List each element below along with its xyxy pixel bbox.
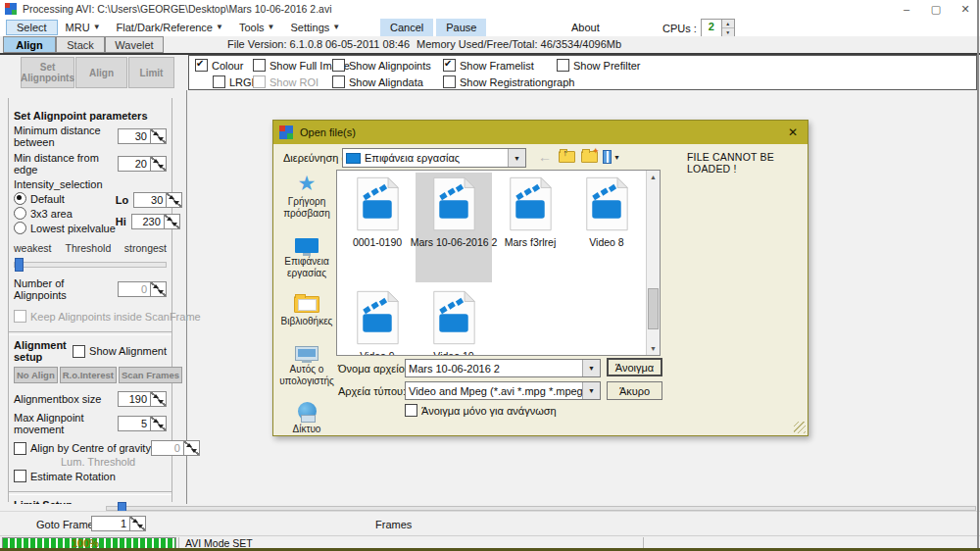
combo-dropdown-icon[interactable]: ▼	[582, 382, 600, 399]
look-in-combobox[interactable]: Επιφάνεια εργασίας ▼	[342, 148, 526, 168]
spinner-arrows-icon[interactable]	[184, 440, 200, 456]
radio-icon[interactable]	[14, 207, 26, 220]
cpus-spinner[interactable]: ▲▼	[722, 19, 735, 37]
resize-grip[interactable]	[794, 422, 806, 433]
frame-slider[interactable]	[0, 504, 980, 511]
centre-of-gravity-spinner[interactable]: 0	[151, 440, 200, 456]
intensity-default-radio[interactable]: Default	[14, 192, 116, 205]
combo-dropdown-icon[interactable]: ▼	[582, 360, 600, 376]
spin-down-icon[interactable]: ▼	[722, 28, 734, 36]
show-alignpoints-checkbox[interactable]: Show Alignpoints	[332, 59, 431, 72]
dialog-title-bar[interactable]: Open file(s) ✕	[273, 121, 808, 144]
slider-thumb[interactable]	[15, 258, 24, 272]
tab-wavelet[interactable]: Wavelet	[105, 36, 164, 53]
lrgb-checkbox[interactable]: LRGB	[213, 75, 259, 88]
checkbox-icon[interactable]	[332, 59, 345, 72]
checkbox-icon[interactable]	[195, 59, 208, 72]
file-list[interactable]: 0001-0190 Mars 10-06-2016 2 Mars f3rlrej…	[336, 170, 661, 356]
radio-icon[interactable]	[14, 192, 26, 205]
menu-settings[interactable]: Settings▼	[283, 20, 349, 35]
show-framelist-checkbox[interactable]: Show Framelist	[443, 59, 574, 72]
checkbox-icon[interactable]	[557, 59, 569, 72]
intensity-3x3-radio[interactable]: 3x3 area	[14, 207, 116, 220]
filename-combobox[interactable]: Mars 10-06-2016 2 ▼	[405, 359, 601, 377]
no-align-button[interactable]: No Align	[14, 367, 58, 383]
tab-stack[interactable]: Stack	[56, 36, 105, 53]
scroll-up-icon[interactable]: ▲	[647, 171, 660, 183]
up-one-level-icon[interactable]: ↑	[558, 149, 575, 165]
number-of-alignpoints-spinner[interactable]: 0	[118, 281, 167, 297]
file-item[interactable]: Video 10	[416, 286, 492, 356]
spin-up-icon[interactable]: ▲	[722, 20, 734, 28]
spinner-arrows-icon[interactable]	[151, 416, 167, 431]
scan-frames-button[interactable]: Scan Frames	[119, 367, 182, 383]
checkbox-icon[interactable]	[73, 345, 85, 358]
show-prefilter-checkbox[interactable]: Show Prefilter	[557, 59, 640, 72]
intensity-lowest-radio[interactable]: Lowest pixelvalue	[14, 222, 116, 234]
spinner-arrows-icon[interactable]	[167, 192, 182, 208]
set-alignpoints-button[interactable]: Set Alignpoints	[21, 57, 74, 88]
file-item[interactable]: Video 8	[568, 173, 645, 282]
spinner-arrows-icon[interactable]	[151, 281, 167, 297]
minimize-icon[interactable]: –	[892, 1, 921, 18]
checkbox-icon[interactable]	[14, 470, 26, 482]
threshold-slider[interactable]	[14, 258, 167, 270]
place-this-pc[interactable]: Αυτός ο υπολογιστής	[277, 337, 336, 386]
checkbox-icon[interactable]	[332, 75, 345, 88]
pause-button[interactable]: Pause	[436, 19, 486, 36]
place-libraries[interactable]: Βιβλιοθήκες	[277, 289, 336, 326]
align-button[interactable]: Align	[75, 57, 127, 88]
centre-of-gravity-checkbox[interactable]: Align by Centre of gravity	[14, 442, 151, 455]
alignmentbox-size-spinner[interactable]: 190	[118, 391, 167, 407]
dialog-cancel-button[interactable]: Άκυρο	[607, 381, 662, 400]
show-alignment-checkbox[interactable]: Show Alignment	[73, 345, 167, 358]
limit-button[interactable]: Limit	[128, 57, 174, 88]
file-item[interactable]: Video 9	[339, 286, 416, 356]
min-distance-edge-spinner[interactable]: 20	[118, 156, 167, 172]
menu-select[interactable]: Select	[6, 20, 58, 35]
menu-mru[interactable]: MRU▼	[58, 20, 109, 35]
place-network[interactable]: Δίκτυο	[277, 397, 336, 434]
file-list-scrollbar[interactable]: ▲ ▼	[646, 171, 660, 355]
open-button[interactable]: Άνοιγμα	[607, 358, 662, 376]
place-quick-access[interactable]: ★ Γρήγορη πρόσβαση	[277, 170, 336, 219]
place-desktop[interactable]: Επιφάνεια εργασίας	[277, 229, 336, 278]
combo-dropdown-icon[interactable]: ▼	[508, 149, 525, 167]
radio-icon[interactable]	[14, 222, 26, 234]
roi-button[interactable]: R.o.Interest	[60, 367, 117, 383]
max-alignpoint-movement-spinner[interactable]: 5	[118, 416, 167, 431]
file-item-selected[interactable]: Mars 10-06-2016 2	[416, 173, 492, 282]
hi-spinner[interactable]: 230	[131, 214, 180, 229]
menu-flat-dark-reference[interactable]: Flat/Dark/Reference▼	[109, 20, 231, 35]
new-folder-icon[interactable]: ✦	[580, 149, 598, 165]
colour-checkbox[interactable]: Colour	[195, 59, 259, 72]
checkbox-icon[interactable]	[213, 75, 225, 88]
checkbox-icon[interactable]	[14, 442, 26, 455]
tab-align[interactable]: Align	[3, 36, 56, 53]
cancel-button[interactable]: Cancel	[380, 19, 433, 36]
checkbox-icon[interactable]	[405, 404, 417, 417]
lo-spinner[interactable]: 30	[133, 192, 182, 208]
spinner-arrows-icon[interactable]	[151, 391, 167, 407]
spinner-arrows-icon[interactable]	[151, 128, 167, 144]
close-icon[interactable]: ✕	[951, 1, 980, 18]
scrollbar-thumb[interactable]	[648, 288, 659, 329]
estimate-rotation-checkbox[interactable]: Estimate Rotation	[14, 470, 116, 482]
filetype-combobox[interactable]: Video and Mpeg (*.avi *.mpg *.mpeg) ▼	[405, 381, 601, 400]
spinner-arrows-icon[interactable]	[130, 516, 146, 531]
file-item[interactable]: 0001-0190	[339, 173, 416, 282]
maximize-icon[interactable]: ▢	[921, 1, 951, 18]
show-aligndata-checkbox[interactable]: Show Aligndata	[332, 75, 431, 88]
spinner-arrows-icon[interactable]	[165, 214, 180, 229]
checkbox-icon[interactable]	[443, 59, 456, 72]
show-registrationgraph-checkbox[interactable]: Show Registrationgraph	[443, 75, 574, 88]
file-item[interactable]: Mars f3rlrej	[492, 173, 568, 282]
min-distance-between-spinner[interactable]: 30	[118, 128, 167, 144]
goto-frame-spinner[interactable]: 1	[91, 516, 146, 531]
spinner-arrows-icon[interactable]	[151, 156, 167, 172]
scroll-down-icon[interactable]: ▼	[647, 342, 660, 355]
view-menu-icon[interactable]: ▼	[603, 149, 620, 165]
cpus-value[interactable]: 2	[701, 19, 722, 37]
checkbox-icon[interactable]	[443, 75, 456, 88]
menu-tools[interactable]: Tools▼	[231, 20, 283, 35]
